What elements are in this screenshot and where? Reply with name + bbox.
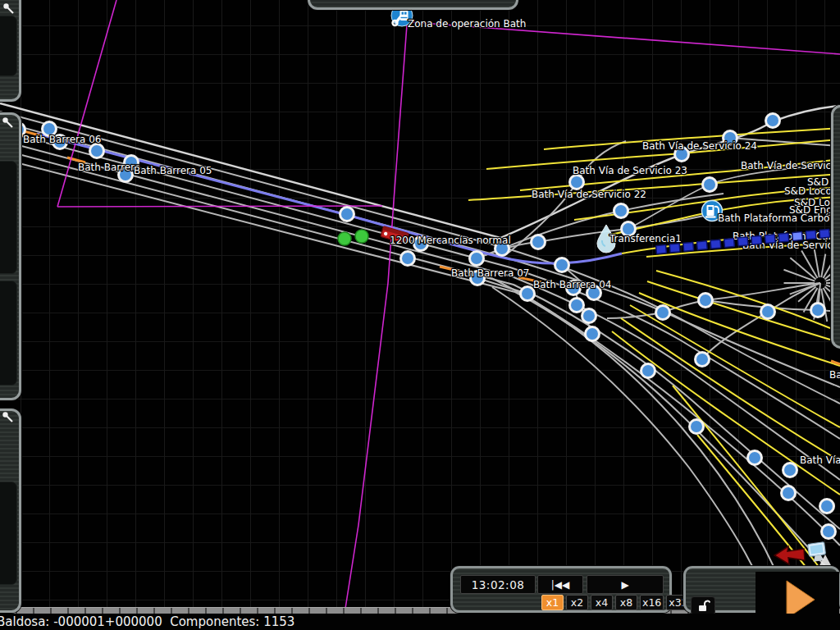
track-node[interactable] bbox=[586, 327, 600, 341]
wagon bbox=[792, 231, 803, 240]
track-node[interactable] bbox=[699, 294, 713, 308]
track-map: Zona de operación BathBath Barrera 06Bat… bbox=[0, 0, 840, 630]
map-label: Bath Vía de Servicio 21 bbox=[741, 160, 840, 171]
map-label: Bath Barrera 07 bbox=[451, 267, 529, 279]
track-node[interactable] bbox=[570, 176, 584, 189]
wagon bbox=[778, 233, 789, 242]
signal-green[interactable] bbox=[355, 230, 368, 243]
speed-button-x16[interactable]: x16 bbox=[640, 595, 664, 610]
track-node[interactable] bbox=[470, 252, 484, 266]
map-label: Bath Barrera 05 bbox=[134, 165, 212, 176]
track-node[interactable] bbox=[820, 500, 834, 514]
map-label: 1200 Mercancías normal bbox=[390, 235, 511, 246]
track-node[interactable] bbox=[783, 463, 797, 477]
play-control-panel bbox=[683, 566, 840, 613]
map-label: Bath Barrera 04 bbox=[533, 279, 611, 290]
track-node[interactable] bbox=[690, 420, 704, 434]
track-node[interactable] bbox=[696, 353, 710, 367]
wagon bbox=[819, 229, 830, 238]
wagon bbox=[724, 238, 735, 247]
track-node[interactable] bbox=[90, 144, 104, 158]
left-panel-middle-inset bbox=[0, 161, 17, 274]
left-panel-bottom-inset bbox=[0, 482, 17, 585]
left-panel-bottom[interactable] bbox=[0, 409, 21, 613]
track-node[interactable] bbox=[822, 525, 836, 539]
wagon bbox=[669, 244, 680, 253]
track-node[interactable] bbox=[656, 306, 670, 320]
speed-button-x1[interactable]: x1 bbox=[541, 595, 564, 610]
left-panel-middle-inset2 bbox=[0, 281, 17, 386]
map-label: Bath Vía de Servicio 23 bbox=[573, 165, 687, 176]
wagon bbox=[751, 235, 762, 244]
unlock-icon bbox=[696, 599, 710, 613]
wagon bbox=[696, 241, 707, 250]
map-label: Bath Barrera bbox=[78, 162, 140, 173]
track-node[interactable] bbox=[748, 451, 762, 465]
wagon bbox=[683, 242, 694, 251]
track-node[interactable] bbox=[811, 304, 825, 317]
track-node[interactable] bbox=[761, 305, 775, 319]
map-label: Bath Barrera 06 bbox=[23, 134, 101, 145]
speed-button-row: x1x2x4x8x16x32 bbox=[541, 595, 691, 610]
track-node[interactable] bbox=[555, 258, 569, 272]
time-control-panel: 13:02:08 |◀◀ ▶ x1x2x4x8x16x32 bbox=[450, 566, 672, 613]
red-train-arrow-icon[interactable] bbox=[774, 546, 805, 564]
track-node[interactable] bbox=[570, 299, 584, 313]
map-label: Bath Plataforma Carbón bbox=[718, 212, 836, 224]
track-node[interactable] bbox=[614, 204, 628, 218]
map-label: Transferencia1 bbox=[609, 233, 682, 244]
status-text: Baldosa: -000001+000000 Componentes: 115… bbox=[0, 614, 294, 629]
track-node[interactable] bbox=[401, 252, 415, 266]
step-play-button[interactable]: ▶ bbox=[587, 575, 664, 594]
wagon bbox=[710, 240, 721, 249]
left-panel-top-inset bbox=[0, 16, 17, 76]
pin-icon[interactable] bbox=[1, 116, 16, 130]
wagon bbox=[806, 231, 816, 240]
speed-button-x4[interactable]: x4 bbox=[591, 595, 613, 610]
rewind-button[interactable]: |◀◀ bbox=[537, 575, 583, 594]
wagon bbox=[765, 235, 775, 244]
track-node[interactable] bbox=[340, 208, 354, 221]
map-label: Ba bbox=[829, 369, 840, 381]
speed-button-x2[interactable]: x2 bbox=[566, 595, 588, 610]
track-node[interactable] bbox=[703, 178, 717, 192]
track-node[interactable] bbox=[521, 287, 535, 301]
track-node[interactable] bbox=[532, 235, 546, 249]
pin-icon[interactable] bbox=[2, 2, 16, 16]
map-label: Bath Vía de Servicio 22 bbox=[532, 189, 646, 200]
map-label: Bath Vía d bbox=[800, 454, 840, 466]
track-node[interactable] bbox=[582, 309, 596, 323]
map-label: Zona de operación Bath bbox=[408, 18, 526, 30]
speed-button-x8[interactable]: x8 bbox=[615, 595, 637, 610]
track-node[interactable] bbox=[782, 486, 796, 500]
wagon bbox=[737, 237, 748, 246]
status-bar: Baldosa: -000001+000000 Componentes: 115… bbox=[0, 614, 840, 630]
top-panel[interactable] bbox=[308, 0, 518, 10]
map-viewport[interactable]: Zona de operación BathBath Barrera 06Bat… bbox=[0, 0, 840, 630]
signal-green[interactable] bbox=[338, 232, 351, 245]
track-node[interactable] bbox=[766, 114, 780, 128]
right-panel[interactable] bbox=[831, 105, 840, 349]
clock-display: 13:02:08 bbox=[460, 575, 536, 594]
left-panel-middle[interactable] bbox=[0, 112, 21, 400]
map-label: Bath Vía de Servicio 24 bbox=[642, 140, 757, 152]
wagon bbox=[656, 244, 667, 253]
lock-button[interactable] bbox=[691, 596, 715, 615]
track-node[interactable] bbox=[641, 364, 655, 378]
pin-icon[interactable] bbox=[1, 410, 16, 425]
